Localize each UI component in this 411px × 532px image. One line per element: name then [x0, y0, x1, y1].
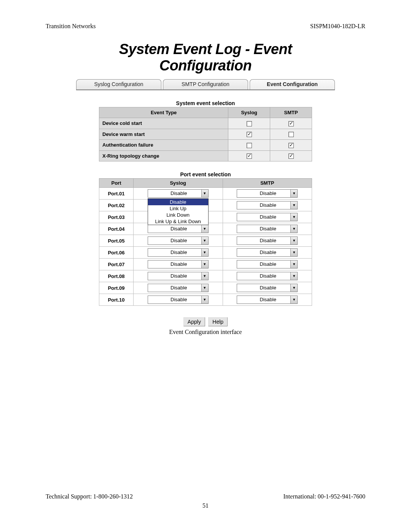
col-event-type: Event Type	[99, 107, 228, 118]
chevron-down-icon	[290, 272, 297, 280]
chevron-down-icon	[290, 190, 297, 197]
vendor-name: Transition Networks	[46, 23, 96, 30]
document-footer: Technical Support: 1-800-260-1312 Intern…	[46, 493, 365, 509]
port08-syslog-select[interactable]: Disable	[148, 272, 209, 280]
chevron-down-icon	[201, 296, 208, 304]
port-event-table: Port Syslog SMTP Port.01 Disable Disable…	[99, 178, 312, 306]
select-value: Disable	[170, 297, 187, 302]
select-value: Disable	[260, 226, 276, 232]
event-name: Device cold start	[99, 118, 228, 129]
checkbox-syslog[interactable]	[247, 132, 252, 137]
option-disable[interactable]: Disable	[148, 199, 208, 205]
port-name: Port.05	[99, 235, 134, 247]
port-name: Port.01	[99, 188, 134, 200]
port09-syslog-select[interactable]: Disable	[148, 284, 209, 292]
port05-smtp-select[interactable]: Disable	[237, 236, 298, 245]
chevron-down-icon	[290, 249, 297, 256]
help-button[interactable]: Help	[208, 317, 228, 326]
select-value: Disable	[260, 297, 276, 302]
port10-smtp-select[interactable]: Disable	[237, 296, 298, 304]
tabs: Syslog Configuration SMTP Configuration …	[76, 79, 335, 90]
port-name: Port.02	[99, 200, 134, 211]
chevron-down-icon	[290, 213, 297, 221]
col-port: Port	[99, 179, 134, 188]
event-name: X-Ring topology change	[99, 150, 228, 161]
port06-syslog-select[interactable]: Disable	[148, 248, 209, 257]
tab-smtp-configuration[interactable]: SMTP Configuration	[163, 79, 248, 89]
chevron-down-icon	[290, 237, 297, 244]
port07-smtp-select[interactable]: Disable	[237, 260, 298, 268]
port-name: Port.03	[99, 211, 134, 223]
tab-syslog-configuration[interactable]: Syslog Configuration	[76, 79, 161, 89]
port09-smtp-select[interactable]: Disable	[237, 284, 298, 292]
table-row: Port.10 Disable Disable	[99, 294, 312, 306]
tech-support: Technical Support: 1-800-260-1312	[46, 493, 133, 500]
port05-syslog-select[interactable]: Disable	[148, 236, 209, 245]
event-name: Device warm start	[99, 129, 228, 140]
port10-syslog-select[interactable]: Disable	[148, 296, 209, 304]
ui-panel: System Event Log - Event Configuration S…	[72, 41, 339, 335]
option-link-up-and-down[interactable]: Link Up & Link Down	[148, 218, 208, 225]
port-name: Port.09	[99, 282, 134, 294]
port-name: Port.07	[99, 259, 134, 270]
table-row: Port.07 Disable Disable	[99, 259, 312, 270]
port07-syslog-select[interactable]: Disable	[148, 260, 209, 268]
chevron-down-icon	[201, 225, 208, 233]
select-value: Disable	[260, 261, 276, 267]
port03-smtp-select[interactable]: Disable	[237, 213, 298, 221]
select-value: Disable	[170, 273, 187, 279]
table-row: Port.01 Disable Disable Link Up Link Dow…	[99, 188, 312, 200]
select-value: Disable	[170, 238, 187, 243]
select-value: Disable	[260, 238, 276, 243]
option-link-up[interactable]: Link Up	[148, 205, 208, 212]
select-value: Disable	[260, 285, 276, 291]
checkbox-smtp[interactable]	[288, 121, 294, 126]
port06-smtp-select[interactable]: Disable	[237, 248, 298, 257]
port04-smtp-select[interactable]: Disable	[237, 225, 298, 233]
table-row: Port.06 Disable Disable	[99, 247, 312, 259]
system-event-table: Event Type Syslog SMTP Device cold start…	[99, 107, 312, 161]
chevron-down-icon	[290, 260, 297, 268]
col-smtp: SMTP	[223, 179, 312, 188]
chevron-down-icon	[201, 284, 208, 292]
select-value: Disable	[170, 249, 187, 255]
col-syslog: Syslog	[134, 179, 223, 188]
select-value: Disable	[170, 261, 187, 267]
port-name: Port.06	[99, 247, 134, 259]
checkbox-syslog[interactable]	[247, 153, 252, 159]
checkbox-smtp[interactable]	[288, 143, 294, 148]
table-row: X-Ring topology change	[99, 150, 312, 161]
option-link-down[interactable]: Link Down	[148, 212, 208, 218]
select-value: Disable	[260, 273, 276, 279]
chevron-down-icon	[201, 190, 208, 197]
figure-caption: Event Configuration interface	[72, 329, 339, 335]
page-title: System Event Log - Event Configuration	[72, 41, 339, 74]
chevron-down-icon	[290, 296, 297, 304]
select-value: Disable	[260, 202, 276, 208]
checkbox-syslog[interactable]	[247, 121, 252, 126]
select-value: Disable	[170, 226, 187, 232]
col-syslog: Syslog	[228, 107, 270, 118]
select-value: Disable	[260, 214, 276, 220]
table-row: Port.05 Disable Disable	[99, 235, 312, 247]
system-event-caption: System event selection	[72, 100, 339, 106]
apply-button[interactable]: Apply	[183, 317, 205, 326]
page-number: 51	[46, 502, 365, 509]
tab-event-configuration[interactable]: Event Configuration	[250, 79, 335, 89]
chevron-down-icon	[290, 284, 297, 292]
port02-smtp-select[interactable]: Disable	[237, 201, 298, 209]
port-name: Port.08	[99, 270, 134, 282]
button-row: Apply Help	[72, 317, 339, 326]
event-name: Authentication failure	[99, 140, 228, 151]
checkbox-smtp[interactable]	[288, 132, 294, 137]
model-name: SISPM1040-182D-LR	[310, 23, 365, 30]
checkbox-syslog[interactable]	[247, 143, 252, 148]
checkbox-smtp[interactable]	[288, 153, 294, 159]
table-row: Port.08 Disable Disable	[99, 270, 312, 282]
table-row: Device cold start	[99, 118, 312, 129]
port04-syslog-select[interactable]: Disable	[148, 225, 209, 233]
port01-syslog-select[interactable]: Disable	[148, 189, 209, 198]
port01-syslog-dropdown-menu[interactable]: Disable Link Up Link Down Link Up & Link…	[148, 198, 209, 225]
port08-smtp-select[interactable]: Disable	[237, 272, 298, 280]
port01-smtp-select[interactable]: Disable	[237, 189, 298, 198]
